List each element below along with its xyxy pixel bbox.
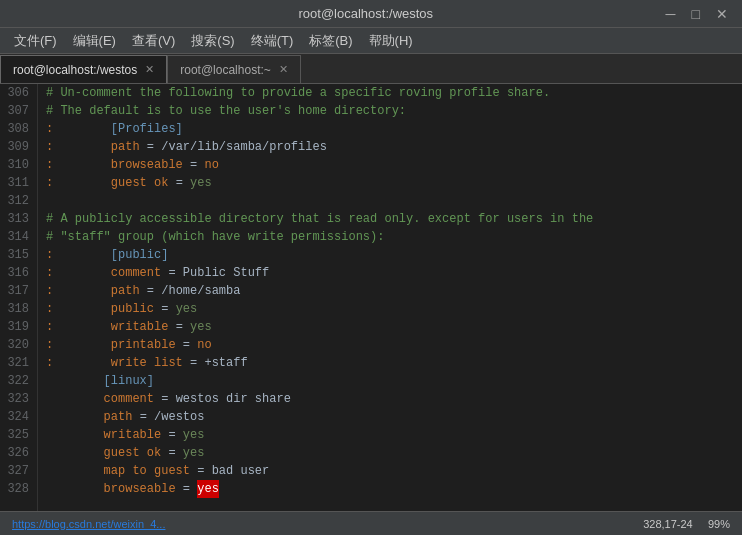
menu-edit[interactable]: 编辑(E) [67,30,122,52]
line-number: 308 [4,120,29,138]
code-line: [linux] [46,372,734,390]
code-line: writable = yes [46,426,734,444]
code-line: : printable = no [46,336,734,354]
line-number: 319 [4,318,29,336]
line-number: 316 [4,264,29,282]
tab-home[interactable]: root@localhost:~ ✕ [167,55,301,83]
line-number: 315 [4,246,29,264]
code-line: : browseable = no [46,156,734,174]
code-area[interactable]: 3063073083093103113123133143153163173183… [0,84,742,511]
code-line: # "staff" group (which have write permis… [46,228,734,246]
code-content[interactable]: # Un-comment the following to provide a … [38,84,742,511]
scroll-percent: 99% [708,518,730,530]
tab-bar: root@localhost:/westos ✕ root@localhost:… [0,54,742,84]
line-number: 309 [4,138,29,156]
line-number: 323 [4,390,29,408]
code-line: browseable = yes [46,480,734,498]
line-number: 307 [4,102,29,120]
line-number: 310 [4,156,29,174]
code-line: : [public] [46,246,734,264]
tab-westos-close[interactable]: ✕ [145,63,154,76]
code-line: : comment = Public Stuff [46,264,734,282]
code-line: guest ok = yes [46,444,734,462]
line-number: 320 [4,336,29,354]
line-number: 327 [4,462,29,480]
menu-search[interactable]: 搜索(S) [185,30,240,52]
editor: 3063073083093103113123133143153163173183… [0,84,742,511]
code-line: # The default is to use the user's home … [46,102,734,120]
menu-file[interactable]: 文件(F) [8,30,63,52]
code-line: : path = /home/samba [46,282,734,300]
line-number: 321 [4,354,29,372]
tab-westos-label: root@localhost:/westos [13,63,137,77]
line-number: 313 [4,210,29,228]
line-number: 325 [4,426,29,444]
tab-home-close[interactable]: ✕ [279,63,288,76]
status-bar: https://blog.csdn.net/weixin_4... 328,17… [0,511,742,535]
close-button[interactable]: ✕ [712,6,732,22]
line-numbers: 3063073083093103113123133143153163173183… [0,84,38,511]
window-controls[interactable]: ─ □ ✕ [662,6,732,22]
code-line: : writable = yes [46,318,734,336]
code-line: map to guest = bad user [46,462,734,480]
menu-view[interactable]: 查看(V) [126,30,181,52]
code-line: : path = /var/lib/samba/profiles [46,138,734,156]
line-number: 312 [4,192,29,210]
code-line: : guest ok = yes [46,174,734,192]
code-line: : public = yes [46,300,734,318]
tab-westos[interactable]: root@localhost:/westos ✕ [0,55,167,83]
menu-tags[interactable]: 标签(B) [303,30,358,52]
code-line [46,192,734,210]
cursor-position: 328,17-24 [643,518,693,530]
window-title: root@localhost:/westos [70,6,662,21]
line-number: 314 [4,228,29,246]
line-number: 326 [4,444,29,462]
line-number: 324 [4,408,29,426]
code-line: # A publicly accessible directory that i… [46,210,734,228]
line-number: 322 [4,372,29,390]
line-number: 328 [4,480,29,498]
line-number: 318 [4,300,29,318]
line-number: 317 [4,282,29,300]
menu-help[interactable]: 帮助(H) [363,30,419,52]
title-bar: root@localhost:/westos ─ □ ✕ [0,0,742,28]
status-url[interactable]: https://blog.csdn.net/weixin_4... [12,518,165,530]
maximize-button[interactable]: □ [688,6,704,22]
code-line: # Un-comment the following to provide a … [46,84,734,102]
menu-bar: 文件(F) 编辑(E) 查看(V) 搜索(S) 终端(T) 标签(B) 帮助(H… [0,28,742,54]
line-number: 311 [4,174,29,192]
code-line: comment = westos dir share [46,390,734,408]
minimize-button[interactable]: ─ [662,6,680,22]
menu-terminal[interactable]: 终端(T) [245,30,300,52]
code-line: : write list = +staff [46,354,734,372]
line-number: 306 [4,84,29,102]
code-line: : [Profiles] [46,120,734,138]
code-line: path = /westos [46,408,734,426]
tab-home-label: root@localhost:~ [180,63,271,77]
status-position: 328,17-24 99% [643,518,730,530]
